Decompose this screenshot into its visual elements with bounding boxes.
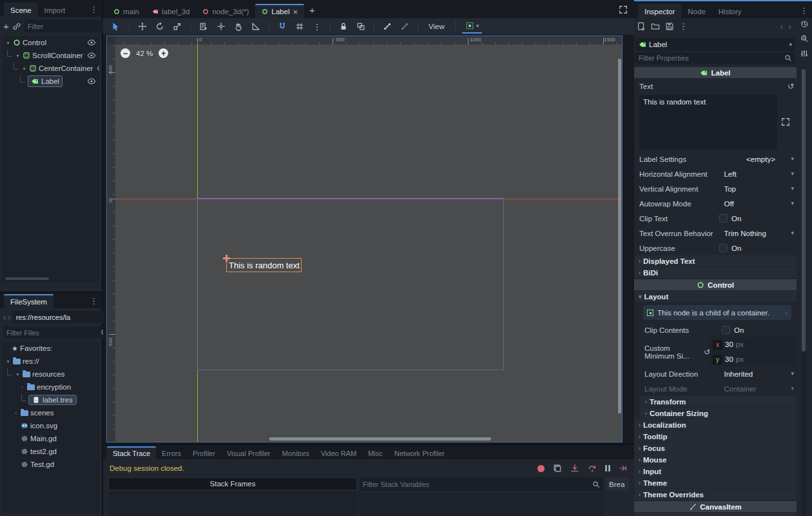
scene-tree-hscrollbar[interactable] bbox=[5, 277, 49, 280]
canvas-vscrollbar[interactable] bbox=[618, 59, 621, 413]
group-bidi[interactable]: › BiDi bbox=[634, 267, 797, 278]
chevron-down-icon[interactable]: ▾ bbox=[15, 53, 21, 59]
file-row-icon-svg[interactable]: icon.svg bbox=[3, 419, 99, 432]
skeleton-bone-button[interactable] bbox=[381, 20, 394, 33]
chevron-down-icon[interactable]: ▾ bbox=[5, 359, 11, 364]
zoom-out-button[interactable]: − bbox=[121, 48, 130, 58]
selected-node-box[interactable]: Label bbox=[28, 75, 63, 87]
group-tooltip[interactable]: › Tooltip bbox=[634, 431, 797, 442]
clip-contents-checkbox[interactable] bbox=[722, 326, 730, 334]
snap-options-menu-icon[interactable]: ⋮ bbox=[311, 20, 324, 33]
close-icon[interactable]: × bbox=[293, 7, 298, 17]
visibility-eye-icon[interactable] bbox=[87, 77, 96, 86]
group-layout[interactable]: ▾ Layout bbox=[634, 291, 797, 302]
group-theme[interactable]: › Theme bbox=[634, 477, 797, 488]
group-transform[interactable]: › Transform bbox=[641, 396, 797, 407]
grid-snap-button[interactable] bbox=[293, 20, 306, 33]
tab-profiler[interactable]: Profiler bbox=[187, 446, 221, 459]
stack-frames-list[interactable] bbox=[108, 490, 357, 516]
dropdown-value[interactable]: Top bbox=[724, 185, 788, 193]
chevron-down-icon[interactable]: ▾ bbox=[21, 66, 27, 72]
chevron-down-icon[interactable]: ▾ bbox=[791, 201, 794, 206]
tab-visual-profiler[interactable]: Visual Profiler bbox=[221, 446, 276, 459]
tab-node[interactable]: Node bbox=[681, 4, 712, 18]
file-row-res[interactable]: ▾ res:// bbox=[3, 355, 99, 368]
record-button[interactable] bbox=[537, 465, 545, 472]
tab-misc[interactable]: Misc bbox=[362, 446, 389, 459]
group-focus[interactable]: › Focus bbox=[634, 442, 797, 453]
file-row-test-gd[interactable]: Test.gd bbox=[3, 458, 99, 471]
save-resource-button[interactable] bbox=[665, 22, 674, 31]
scene-tab-label-3d[interactable]: label_3d bbox=[146, 4, 196, 18]
tab-inspector[interactable]: Inspector bbox=[638, 4, 681, 18]
scene-tab-label-active[interactable]: Label × bbox=[255, 4, 304, 18]
tree-row-centercontainer[interactable]: ▾ CenterContainer bbox=[3, 62, 99, 75]
search-docs-icon[interactable] bbox=[800, 34, 809, 43]
pan-mode-button[interactable] bbox=[232, 20, 245, 33]
file-row-main-gd[interactable]: Main.gd bbox=[3, 432, 99, 445]
label-settings-value[interactable]: <empty> bbox=[733, 155, 788, 163]
expand-text-icon[interactable] bbox=[778, 95, 793, 149]
visibility-eye-icon[interactable] bbox=[87, 38, 96, 47]
select-mode-button[interactable] bbox=[110, 20, 122, 33]
smart-snap-button[interactable] bbox=[276, 20, 289, 33]
canvas-hscrollbar[interactable] bbox=[269, 437, 491, 441]
selected-file-box[interactable]: label.tres bbox=[29, 395, 76, 404]
lock-node-button[interactable] bbox=[337, 20, 350, 33]
file-row-label-tres[interactable]: label.tres bbox=[3, 393, 99, 406]
scale-mode-button[interactable] bbox=[171, 20, 184, 33]
tree-row-label[interactable]: Label bbox=[3, 75, 99, 88]
tree-row-control[interactable]: ▾ Control bbox=[3, 36, 99, 49]
distraction-free-icon[interactable] bbox=[619, 5, 634, 18]
chevron-down-icon[interactable]: ▾ bbox=[791, 156, 794, 162]
resource-menu-icon[interactable]: ⋮ bbox=[679, 21, 688, 31]
file-row-scenes[interactable]: › scenes bbox=[3, 406, 99, 419]
tab-stack-trace[interactable]: Stack Trace bbox=[107, 446, 156, 459]
text-property-field[interactable]: This is random text bbox=[639, 95, 777, 149]
load-resource-button[interactable] bbox=[651, 22, 660, 31]
tab-import[interactable]: Import bbox=[38, 3, 72, 17]
dropdown-value[interactable]: Inherited bbox=[724, 370, 788, 378]
stack-variables-filter-input[interactable] bbox=[363, 481, 590, 488]
file-row-favorites[interactable]: ★ Favorites: bbox=[3, 342, 99, 355]
add-node-button[interactable]: + bbox=[3, 21, 9, 32]
anchor-preset-button[interactable]: ▾ bbox=[462, 19, 483, 34]
revert-icon[interactable]: ↺ bbox=[788, 82, 794, 91]
scene-tab-node-3d[interactable]: node_3d(*) bbox=[196, 4, 255, 18]
uppercase-checkbox[interactable] bbox=[719, 244, 728, 252]
break-button[interactable] bbox=[605, 465, 610, 471]
canvas-area[interactable]: This is random text − 42 % + bbox=[115, 45, 622, 442]
view-menu-button[interactable]: View bbox=[425, 23, 449, 30]
chevron-down-icon[interactable]: ▾ bbox=[791, 171, 794, 177]
inspector-scrollbar[interactable] bbox=[802, 67, 806, 516]
x-value-field[interactable]: 30 bbox=[725, 341, 733, 348]
node-selector[interactable]: Label ▾ bbox=[635, 38, 795, 51]
file-filter-input[interactable] bbox=[6, 329, 98, 337]
new-resource-button[interactable] bbox=[637, 22, 646, 31]
dropdown-value[interactable]: Off bbox=[724, 200, 788, 208]
breakpoints-tab[interactable]: Brea bbox=[606, 477, 629, 491]
instance-scene-button[interactable] bbox=[12, 22, 21, 31]
group-input[interactable]: › Input bbox=[634, 466, 797, 477]
group-localization[interactable]: › Localization bbox=[634, 419, 797, 430]
step-into-button[interactable] bbox=[570, 464, 579, 473]
tab-network-profiler[interactable]: Network Profiler bbox=[389, 446, 450, 459]
property-filter-input[interactable] bbox=[639, 54, 782, 62]
continue-button[interactable] bbox=[619, 464, 628, 473]
visibility-eye-icon[interactable] bbox=[97, 64, 99, 73]
property-tools-icon[interactable] bbox=[800, 49, 809, 58]
tab-video-ram[interactable]: Video RAM bbox=[315, 446, 362, 459]
tab-filesystem[interactable]: FileSystem bbox=[4, 294, 53, 308]
group-container-sizing[interactable]: › Container Sizing bbox=[641, 408, 797, 419]
file-row-encryption[interactable]: › encryption bbox=[3, 381, 99, 393]
chevron-down-icon[interactable]: ▾ bbox=[15, 372, 21, 377]
group-displayed-text[interactable]: › Displayed Text bbox=[634, 255, 797, 266]
scene-dock-menu-icon[interactable]: ⋮ bbox=[90, 5, 102, 17]
zoom-in-button[interactable]: + bbox=[159, 48, 168, 58]
copy-error-button[interactable] bbox=[553, 464, 562, 473]
nav-back-icon[interactable]: ‹ bbox=[3, 312, 6, 322]
chevron-down-icon[interactable]: ▾ bbox=[791, 371, 794, 377]
2d-viewport[interactable]: 0 500 1000 1500 -500 0 500 This is rando… bbox=[106, 35, 623, 442]
new-scene-tab-button[interactable]: + bbox=[304, 5, 320, 18]
filesystem-menu-icon[interactable]: ⋮ bbox=[90, 296, 102, 308]
